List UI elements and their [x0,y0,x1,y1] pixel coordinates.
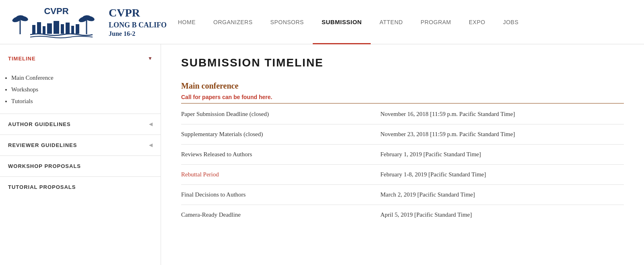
timeline-arrow-icon: ▼ [148,56,153,62]
logo-date: June 16-2 [109,30,167,38]
list-item-workshops[interactable]: Workshops [11,84,153,95]
rebuttal-link[interactable]: Rebuttal Period [181,171,219,178]
author-guidelines-label: AUTHOR GUIDELINES [8,121,71,127]
author-guidelines-arrow-icon: ◀ [149,121,153,127]
event-label[interactable]: Rebuttal Period [181,165,380,185]
event-label: Final Decisions to Authors [181,185,380,205]
nav-attend[interactable]: ATTEND [371,0,412,44]
svg-rect-10 [37,22,41,34]
header: CVPR CVPR LONG B CALIFO June 16-2 HOME O… [0,0,644,44]
logo-text: CVPR LONG B CALIFO June 16-2 [109,6,167,38]
svg-rect-15 [66,23,70,34]
reviewer-guidelines-arrow-icon: ◀ [149,142,153,148]
event-date: November 16, 2018 [11:59 p.m. Pacific St… [380,104,624,124]
table-row: Paper Submission Deadline (closed) Novem… [181,104,624,124]
svg-rect-11 [43,26,45,34]
event-date: March 2, 2019 [Pacific Standard Time] [380,185,624,205]
nav-expo[interactable]: EXPO [460,0,494,44]
timeline-header[interactable]: TIMELINE ▼ [0,48,161,69]
list-item-main-conference[interactable]: Main Conference [11,72,153,84]
timeline-table: Paper Submission Deadline (closed) Novem… [181,104,624,225]
main-nav: HOME ORGANIZERS SPONSORS SUBMISSION ATTE… [169,0,527,44]
list-item-tutorials[interactable]: Tutorials [11,95,153,107]
nav-home[interactable]: HOME [169,0,204,44]
svg-rect-14 [61,24,64,34]
sidebar-reviewer-guidelines[interactable]: REVIEWER GUIDELINES ◀ [0,135,161,156]
logo-area: CVPR CVPR LONG B CALIFO June 16-2 [8,4,169,40]
event-label: Paper Submission Deadline (closed) [181,104,380,124]
nav-submission[interactable]: SUBMISSION [313,0,371,44]
tutorial-proposals-label: TUTORIAL PROPOSALS [8,184,76,190]
timeline-section: TIMELINE ▼ Main Conference Workshops Tut… [0,48,161,114]
nav-program[interactable]: PROGRAM [412,0,460,44]
logo-image: CVPR [8,4,105,40]
svg-rect-9 [32,25,35,34]
section-title-main-conference: Main conference [181,81,624,91]
event-label: Reviews Released to Authors [181,145,380,165]
workshop-proposals-label: WORKSHOP PROPOSALS [8,163,81,169]
page-title: SUBMISSION TIMELINE [181,56,624,69]
sidebar-tutorial-proposals[interactable]: TUTORIAL PROPOSALS [0,177,161,197]
sidebar-author-guidelines[interactable]: AUTHOR GUIDELINES ◀ [0,114,161,135]
logo-location: LONG B CALIFO [109,21,167,30]
nav-jobs[interactable]: JOBS [494,0,528,44]
event-date: February 1, 2019 [Pacific Standard Time] [380,145,624,165]
call-for-papers-link[interactable]: Call for papers can be found here. [181,94,272,100]
event-label: Camera-Ready Deadline [181,205,380,225]
logo-cvpr: CVPR [109,6,167,20]
reviewer-guidelines-label: REVIEWER GUIDELINES [8,142,77,148]
table-row: Rebuttal Period February 1-8, 2019 [Paci… [181,165,624,185]
svg-rect-17 [76,24,79,34]
timeline-label: TIMELINE [8,56,36,62]
svg-text:CVPR: CVPR [44,6,68,16]
nav-organizers[interactable]: ORGANIZERS [204,0,262,44]
svg-rect-13 [54,21,59,34]
event-label: Supplementary Materials (closed) [181,124,380,145]
table-row: Reviews Released to Authors February 1, … [181,145,624,165]
table-row: Supplementary Materials (closed) Novembe… [181,124,624,145]
page-layout: TIMELINE ▼ Main Conference Workshops Tut… [0,44,644,265]
table-row: Final Decisions to Authors March 2, 2019… [181,185,624,205]
event-date: February 1-8, 2019 [Pacific Standard Tim… [380,165,624,185]
svg-rect-12 [47,23,52,34]
nav-sponsors[interactable]: SPONSORS [262,0,313,44]
main-content: SUBMISSION TIMELINE Main conference Call… [161,44,644,265]
timeline-list: Main Conference Workshops Tutorials [0,69,161,114]
sidebar-workshop-proposals[interactable]: WORKSHOP PROPOSALS [0,156,161,177]
section-divider [181,103,624,104]
event-date: April 5, 2019 [Pacific Standard Time] [380,205,624,225]
table-row: Camera-Ready Deadline April 5, 2019 [Pac… [181,205,624,225]
sidebar: TIMELINE ▼ Main Conference Workshops Tut… [0,44,161,265]
event-date: November 23, 2018 [11:59 p.m. Pacific St… [380,124,624,145]
svg-rect-16 [71,26,74,34]
